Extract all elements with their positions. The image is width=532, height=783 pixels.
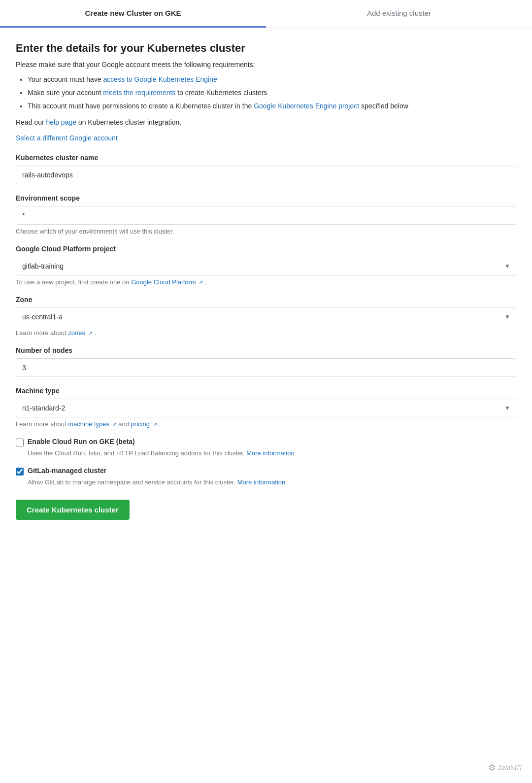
requirements-list: Your account must have access to Google …	[16, 74, 516, 111]
zone-select[interactable]: us-central1-a	[16, 307, 516, 326]
main-content: Enter the details for your Kubernetes cl…	[0, 28, 532, 540]
gitlab-managed-more-info-link[interactable]: More information	[237, 478, 286, 486]
machine-type-select-wrapper: n1-standard-2 ▼	[16, 399, 516, 417]
zone-field: Zone us-central1-a ▼ Learn more about zo…	[16, 296, 516, 337]
machine-type-label: Machine type	[16, 387, 516, 395]
gitlab-managed-checkbox-row: GitLab-managed cluster	[16, 467, 516, 476]
zone-select-wrapper: us-central1-a ▼	[16, 307, 516, 326]
cloud-run-label[interactable]: Enable Cloud Run on GKE (beta)	[28, 438, 135, 445]
cluster-name-field: Kubernetes cluster name	[16, 154, 516, 184]
req-item-3: This account must have permissions to cr…	[28, 101, 516, 111]
help-text: Read our help page on Kubernetes cluster…	[16, 118, 516, 126]
gitlab-managed-label[interactable]: GitLab-managed cluster	[28, 467, 106, 475]
watermark-text: Java知音	[498, 764, 522, 772]
num-nodes-field: Number of nodes	[16, 346, 516, 377]
select-account-link[interactable]: Select a different Google account	[16, 134, 118, 142]
gitlab-managed-hint: Allow GitLab to manage namespace and ser…	[16, 478, 516, 486]
cloud-run-field: Enable Cloud Run on GKE (beta) Uses the …	[16, 438, 516, 457]
tab-create[interactable]: Create new Cluster on GKE	[0, 0, 266, 28]
machine-type-field: Machine type n1-standard-2 ▼ Learn more …	[16, 387, 516, 428]
pricing-ext-icon: ↗	[153, 421, 157, 428]
external-link-icon: ↗	[199, 279, 203, 286]
tab-bar: Create new Cluster on GKE Add existing c…	[0, 0, 532, 28]
watermark-icon: ⚙	[488, 762, 496, 773]
env-scope-input[interactable]	[16, 206, 516, 225]
cloud-run-checkbox[interactable]	[16, 439, 24, 446]
meets-requirements-link[interactable]: meets the requirements	[103, 89, 175, 97]
zones-link[interactable]: zones ↗	[68, 329, 92, 337]
gcp-project-hint: To use a new project, first create one o…	[16, 278, 516, 286]
gcp-project-label: Google Cloud Platform project	[16, 245, 516, 253]
req-item-2: Make sure your account meets the require…	[28, 88, 516, 98]
zones-external-icon: ↗	[88, 330, 93, 337]
gcp-link[interactable]: Google Cloud Platform ↗	[131, 278, 203, 286]
zone-label: Zone	[16, 296, 516, 304]
watermark: ⚙ Java知音	[488, 762, 522, 773]
gitlab-managed-field: GitLab-managed cluster Allow GitLab to m…	[16, 467, 516, 486]
gke-project-link[interactable]: Google Kubernetes Engine project	[254, 102, 359, 110]
cluster-name-label: Kubernetes cluster name	[16, 154, 516, 162]
env-scope-label: Environment scope	[16, 194, 516, 202]
cloud-run-more-info-link[interactable]: More information	[246, 449, 295, 457]
machine-type-select[interactable]: n1-standard-2	[16, 399, 516, 417]
pricing-link[interactable]: pricing ↗	[131, 420, 157, 428]
gke-access-link[interactable]: access to Google Kubernetes Engine	[103, 75, 217, 83]
intro-text: Please make sure that your Google accoun…	[16, 61, 516, 68]
create-cluster-button[interactable]: Create Kubernetes cluster	[16, 500, 130, 520]
tab-add-existing[interactable]: Add existing cluster	[266, 0, 532, 28]
cloud-run-checkbox-row: Enable Cloud Run on GKE (beta)	[16, 438, 516, 446]
env-scope-field: Environment scope Choose which of your e…	[16, 194, 516, 235]
gcp-project-field: Google Cloud Platform project gitlab-tra…	[16, 245, 516, 286]
req-item-1: Your account must have access to Google …	[28, 74, 516, 85]
page-heading: Enter the details for your Kubernetes cl…	[16, 42, 516, 55]
machine-types-ext-icon: ↗	[112, 421, 117, 428]
gitlab-managed-checkbox[interactable]	[16, 468, 24, 476]
env-scope-hint: Choose which of your environments will u…	[16, 228, 516, 235]
gcp-project-select[interactable]: gitlab-training	[16, 257, 516, 275]
machine-types-link[interactable]: machine types ↗	[68, 420, 116, 428]
num-nodes-label: Number of nodes	[16, 346, 516, 354]
machine-type-hint: Learn more about machine types ↗ and pri…	[16, 420, 516, 428]
gcp-project-select-wrapper: gitlab-training ▼	[16, 257, 516, 275]
cloud-run-hint: Uses the Cloud Run, Istio, and HTTP Load…	[16, 449, 516, 457]
cluster-name-input[interactable]	[16, 166, 516, 184]
num-nodes-input[interactable]	[16, 358, 516, 377]
help-page-link[interactable]: help page	[46, 118, 76, 126]
zone-hint: Learn more about zones ↗ .	[16, 329, 516, 337]
